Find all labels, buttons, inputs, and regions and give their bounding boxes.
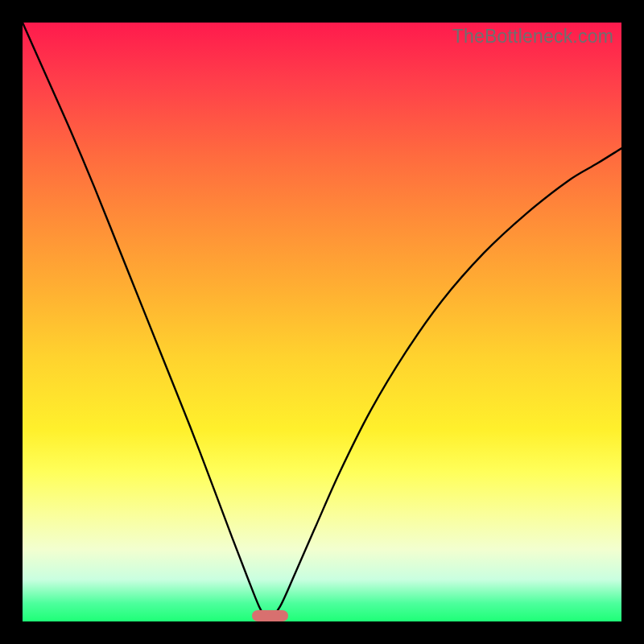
plot-area: TheBottleneck.com	[23, 23, 621, 621]
bottleneck-curve	[23, 23, 621, 621]
chart-frame: TheBottleneck.com	[0, 0, 644, 644]
optimum-marker	[252, 610, 288, 621]
